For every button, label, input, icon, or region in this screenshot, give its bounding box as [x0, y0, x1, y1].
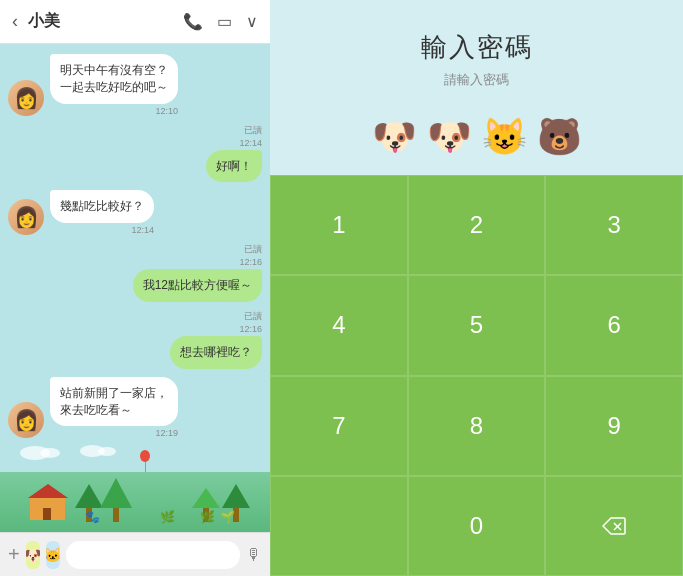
message-bubble: 想去哪裡吃？ [170, 336, 262, 369]
message-time: 12:14 [50, 225, 154, 235]
table-row: 👩 站前新開了一家店，來去吃吃看～ 12:19 [8, 377, 262, 439]
emoji-1: 🐶 [372, 119, 417, 155]
add-button[interactable]: + [8, 543, 20, 566]
house-decoration [30, 484, 68, 520]
key-0[interactable]: 0 [408, 476, 546, 576]
message-bubble: 明天中午有沒有空？一起去吃好吃的吧～ [50, 54, 178, 104]
chat-messages: 👩 明天中午有沒有空？一起去吃好吃的吧～ 12:10 已讀 12:14 好啊！ … [0, 44, 270, 442]
key-1[interactable]: 1 [270, 175, 408, 275]
table-row: 已讀 12:16 想去哪裡吃？ [8, 310, 262, 369]
character-decoration: 🌿 [160, 510, 175, 524]
message-read: 已讀 [170, 310, 262, 323]
key-2[interactable]: 2 [408, 175, 546, 275]
chat-input-bar: + 🐶 🐱 🎙 [0, 532, 270, 576]
emoji-2: 🐶 [427, 119, 472, 155]
key-5[interactable]: 5 [408, 275, 546, 375]
password-panel: 輸入密碼 請輸入密碼 🐶 🐶 😺 🐻 1 2 3 4 5 6 7 8 9 0 [270, 0, 683, 576]
message-bubble: 我12點比較方便喔～ [133, 269, 262, 302]
key-4[interactable]: 4 [270, 275, 408, 375]
back-button[interactable]: ‹ [12, 11, 18, 32]
key-8[interactable]: 8 [408, 376, 546, 476]
chat-panel: ‹ 小美 📞 ▭ ∨ 👩 明天中午有沒有空？一起去吃好吃的吧～ 12:10 已讀… [0, 0, 270, 576]
character-decoration: 🐾 [85, 510, 100, 524]
key-9[interactable]: 9 [545, 376, 683, 476]
tree-decoration [100, 478, 132, 522]
key-3[interactable]: 3 [545, 175, 683, 275]
more-icon[interactable]: ∨ [246, 12, 258, 31]
table-row: 👩 明天中午有沒有空？一起去吃好吃的吧～ 12:10 [8, 54, 262, 116]
sticker-button-2[interactable]: 🐱 [46, 541, 60, 569]
message-bubble: 好啊！ [206, 150, 262, 183]
header-icons: 📞 ▭ ∨ [183, 12, 258, 31]
delete-key[interactable] [545, 476, 683, 576]
avatar: 👩 [8, 199, 44, 235]
avatar: 👩 [8, 402, 44, 438]
emoji-3: 😺 [482, 119, 527, 155]
chat-header: ‹ 小美 📞 ▭ ∨ [0, 0, 270, 44]
message-time: 12:10 [50, 106, 178, 116]
scenery-decoration: 🐾 🌿 🌿 🌱 [0, 442, 270, 532]
mic-button[interactable]: 🎙 [246, 546, 262, 564]
password-header: 輸入密碼 請輸入密碼 [270, 0, 683, 104]
avatar: 👩 [8, 80, 44, 116]
message-time: 12:14 [206, 138, 262, 148]
message-time: 12:19 [50, 428, 178, 438]
message-input[interactable] [66, 541, 240, 569]
character-decoration: 🌿 [200, 510, 215, 524]
contact-name: 小美 [28, 11, 173, 32]
emoji-4: 🐻 [537, 119, 582, 155]
message-read: 已讀 [133, 243, 262, 256]
table-row: 👩 幾點吃比較好？ 12:14 [8, 190, 262, 235]
key-empty [270, 476, 408, 576]
table-row: 已讀 12:14 好啊！ [8, 124, 262, 183]
phone-icon[interactable]: 📞 [183, 12, 203, 31]
password-emojis: 🐶 🐶 😺 🐻 [270, 104, 683, 175]
message-read: 已讀 [206, 124, 262, 137]
video-icon[interactable]: ▭ [217, 12, 232, 31]
keypad: 1 2 3 4 5 6 7 8 9 0 [270, 175, 683, 576]
password-subtitle: 請輸入密碼 [290, 71, 663, 89]
message-time: 12:16 [170, 324, 262, 334]
sticker-button-1[interactable]: 🐶 [26, 541, 40, 569]
message-bubble: 幾點吃比較好？ [50, 190, 154, 223]
character-decoration: 🌱 [220, 510, 235, 524]
balloon-decoration [140, 450, 150, 472]
key-6[interactable]: 6 [545, 275, 683, 375]
password-title: 輸入密碼 [290, 30, 663, 65]
table-row: 已讀 12:16 我12點比較方便喔～ [8, 243, 262, 302]
key-7[interactable]: 7 [270, 376, 408, 476]
message-bubble: 站前新開了一家店，來去吃吃看～ [50, 377, 178, 427]
message-time: 12:16 [133, 257, 262, 267]
